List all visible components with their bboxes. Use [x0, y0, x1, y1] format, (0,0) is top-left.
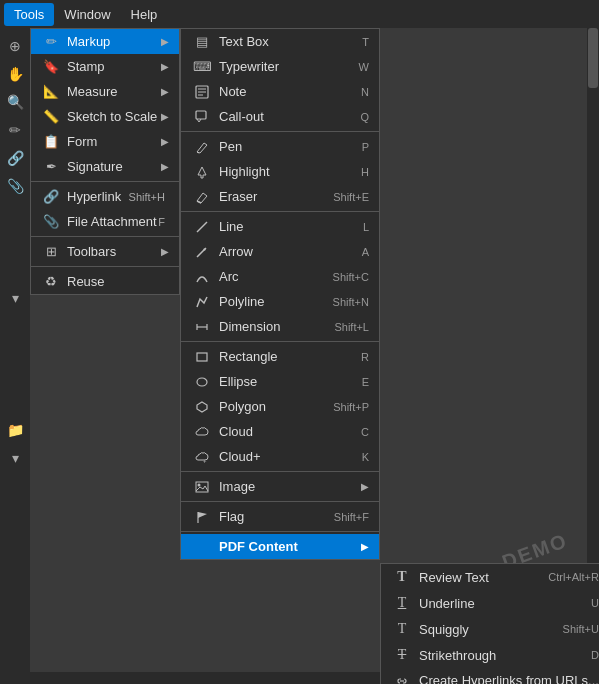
flag-icon: [191, 510, 213, 524]
markup-arc[interactable]: Arc Shift+C: [181, 264, 379, 289]
tools-measure[interactable]: 📐 Measure ▶: [31, 79, 179, 104]
tools-toolbars[interactable]: ⊞ Toolbars ▶: [31, 239, 179, 264]
markup-typewriter[interactable]: ⌨ Typewriter W: [181, 54, 379, 79]
measure-arrow: ▶: [161, 86, 169, 97]
image-icon: [191, 480, 213, 494]
sidebar-icon-9[interactable]: ▾: [3, 446, 27, 470]
callout-shortcut: Q: [360, 111, 369, 123]
cloudplus-icon: +: [191, 450, 213, 464]
ellipse-label: Ellipse: [219, 374, 362, 389]
arc-label: Arc: [219, 269, 333, 284]
textbox-icon: ▤: [191, 34, 213, 49]
svg-text:+: +: [203, 458, 207, 464]
markup-eraser[interactable]: Eraser Shift+E: [181, 184, 379, 209]
sketch-label: Sketch to Scale: [67, 109, 161, 124]
review-text-icon: T: [391, 569, 413, 585]
squiggly-icon: T: [391, 621, 413, 637]
markup-note[interactable]: Note N: [181, 79, 379, 104]
sidebar-icon-4[interactable]: ✏: [3, 118, 27, 142]
markup-textbox[interactable]: ▤ Text Box T: [181, 29, 379, 54]
reuse-icon: ♻: [41, 274, 61, 289]
note-shortcut: N: [361, 86, 369, 98]
tools-form[interactable]: 📋 Form ▶: [31, 129, 179, 154]
left-sidebar: ⊕ ✋ 🔍 ✏ 🔗 📎 ▾ 📁 ▾: [0, 28, 30, 684]
stamp-icon: 🔖: [41, 59, 61, 74]
markup-pdf-content[interactable]: PDF Content ▶: [181, 534, 379, 559]
file-attachment-label: File Attachment: [67, 214, 158, 229]
file-attachment-shortcut: F: [158, 216, 165, 228]
underline-shortcut: U: [591, 597, 599, 609]
markup-polygon[interactable]: Polygon Shift+P: [181, 394, 379, 419]
tools-signature[interactable]: ✒ Signature ▶: [31, 154, 179, 179]
pdf-content-arrow: ▶: [361, 541, 369, 552]
arc-shortcut: Shift+C: [333, 271, 369, 283]
markup-line[interactable]: Line L: [181, 214, 379, 239]
markup-dimension[interactable]: Dimension Shift+L: [181, 314, 379, 339]
markup-cloudplus[interactable]: + Cloud+ K: [181, 444, 379, 469]
tools-dropdown: ✏ Markup ▶ 🔖 Stamp ▶ 📐 Measure ▶ 📏 Sketc…: [30, 28, 180, 295]
cloud-label: Cloud: [219, 424, 361, 439]
review-text-label: Review Text: [419, 570, 548, 585]
tools-sketch-to-scale[interactable]: 📏 Sketch to Scale ▶: [31, 104, 179, 129]
sidebar-icon-6[interactable]: 📎: [3, 174, 27, 198]
markup-pen[interactable]: Pen P: [181, 134, 379, 159]
markup-cloud[interactable]: Cloud C: [181, 419, 379, 444]
pdf-underline[interactable]: T Underline U: [381, 590, 599, 616]
svg-line-7: [197, 222, 207, 232]
svg-point-14: [197, 378, 207, 386]
dimension-label: Dimension: [219, 319, 334, 334]
pdf-content-submenu: T Review Text Ctrl+Alt+R T Underline U T…: [380, 563, 599, 684]
signature-label: Signature: [67, 159, 161, 174]
ellipse-shortcut: E: [362, 376, 369, 388]
tools-hyperlink[interactable]: 🔗 Hyperlink Shift+H: [31, 184, 179, 209]
svg-rect-13: [197, 353, 207, 361]
image-label: Image: [219, 479, 357, 494]
menu-window[interactable]: Window: [54, 3, 120, 26]
markup-highlight[interactable]: Highlight H: [181, 159, 379, 184]
pdf-review-text[interactable]: T Review Text Ctrl+Alt+R: [381, 564, 599, 590]
sidebar-icon-5[interactable]: 🔗: [3, 146, 27, 170]
markup-callout[interactable]: Call-out Q: [181, 104, 379, 129]
tools-reuse[interactable]: ♻ Reuse: [31, 269, 179, 294]
svg-rect-4: [196, 111, 206, 119]
divider-2: [31, 236, 179, 237]
markup-polyline[interactable]: Polyline Shift+N: [181, 289, 379, 314]
strikethrough-icon: T: [391, 647, 413, 663]
polygon-label: Polygon: [219, 399, 333, 414]
scrollbar-thumb[interactable]: [588, 28, 598, 88]
svg-point-18: [198, 483, 201, 486]
rectangle-label: Rectangle: [219, 349, 361, 364]
sketch-arrow: ▶: [161, 111, 169, 122]
markup-image[interactable]: Image ▶: [181, 474, 379, 499]
sidebar-icon-3[interactable]: 🔍: [3, 90, 27, 114]
menu-tools[interactable]: Tools: [4, 3, 54, 26]
line-shortcut: L: [363, 221, 369, 233]
pdf-strikethrough[interactable]: T Strikethrough D: [381, 642, 599, 668]
ellipse-icon: [191, 375, 213, 389]
eraser-icon: [191, 190, 213, 204]
markup-arrow[interactable]: Arrow A: [181, 239, 379, 264]
pen-label: Pen: [219, 139, 362, 154]
markup-flag[interactable]: Flag Shift+F: [181, 504, 379, 529]
menu-help[interactable]: Help: [121, 3, 168, 26]
tools-markup[interactable]: ✏ Markup ▶: [31, 29, 179, 54]
hyperlink-icon: 🔗: [41, 189, 61, 204]
toolbars-arrow: ▶: [161, 246, 169, 257]
sidebar-icon-2[interactable]: ✋: [3, 62, 27, 86]
sidebar-icon-7[interactable]: ▾: [3, 286, 27, 310]
pdf-create-hyperlinks[interactable]: Create Hyperlinks from URLs...: [381, 668, 599, 684]
sidebar-icon-8[interactable]: 📁: [3, 418, 27, 442]
markup-rectangle[interactable]: Rectangle R: [181, 344, 379, 369]
cloud-shortcut: C: [361, 426, 369, 438]
svg-marker-20: [198, 512, 207, 518]
sidebar-icon-1[interactable]: ⊕: [3, 34, 27, 58]
polyline-shortcut: Shift+N: [333, 296, 369, 308]
markup-ellipse[interactable]: Ellipse E: [181, 369, 379, 394]
tools-stamp[interactable]: 🔖 Stamp ▶: [31, 54, 179, 79]
tools-file-attachment[interactable]: 📎 File Attachment F: [31, 209, 179, 234]
signature-arrow: ▶: [161, 161, 169, 172]
markup-div-1: [181, 131, 379, 132]
pdf-squiggly[interactable]: T Squiggly Shift+U: [381, 616, 599, 642]
typewriter-shortcut: W: [359, 61, 369, 73]
form-label: Form: [67, 134, 161, 149]
